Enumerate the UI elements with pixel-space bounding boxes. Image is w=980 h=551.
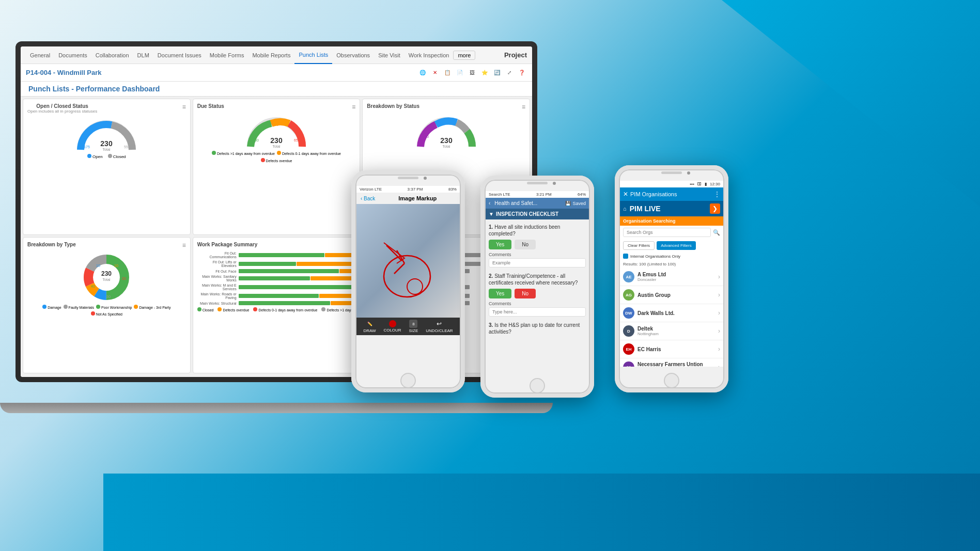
q1-no-btn[interactable]: No — [515, 240, 536, 249]
checklist-back-btn[interactable]: ‹ — [489, 200, 490, 206]
pim-arrow[interactable]: ❯ — [710, 203, 720, 214]
org-avatar-ag: AG — [623, 289, 634, 301]
dashboard-title: Punch Lists - Performance Dashboard — [21, 82, 532, 97]
phone2-time: 3:21 PM — [536, 192, 552, 197]
size-tool[interactable]: 8 SIZE — [409, 320, 418, 333]
pim-close-button[interactable]: ✕ — [623, 191, 628, 198]
chart2-menu[interactable]: ≡ — [352, 103, 355, 111]
home-icon[interactable]: ⌂ — [623, 206, 627, 212]
internal-orgs-row: Internal Organisations Only — [619, 252, 724, 260]
nav-dlm[interactable]: DLM — [133, 46, 153, 64]
legend-open: Open — [92, 154, 103, 159]
phone3-signal: ▪▪▪ — [690, 182, 694, 186]
phone3-camera — [687, 171, 690, 175]
chart4-menu[interactable]: ≡ — [182, 242, 186, 249]
chart-open-closed: Open / Closed Status Open includes all i… — [23, 99, 191, 235]
icon-x[interactable]: ✕ — [430, 68, 440, 78]
icon-image[interactable]: 🖼 — [467, 68, 477, 78]
phone2-speaker — [527, 182, 548, 184]
svg-text:20: 20 — [461, 124, 465, 128]
pim-header: ✕ PIM Organisations ⋮ — [619, 187, 724, 201]
results-count: Results: 100 (Limited to 100) — [619, 260, 724, 268]
phone1-time: 3:37 PM — [408, 187, 423, 192]
org-arrow-dw: › — [718, 309, 720, 317]
search-orgs-input[interactable] — [623, 228, 711, 237]
q3-text: 3. Is the H&S plan up to date for curren… — [489, 322, 586, 335]
icon-copy[interactable]: 📋 — [442, 68, 453, 78]
nav-documents[interactable]: Documents — [54, 46, 91, 64]
org-item-d[interactable]: D Deltek Nottingham › — [619, 322, 724, 340]
icon-refresh[interactable]: 🔄 — [492, 68, 502, 78]
phone2-battery: 64% — [578, 192, 586, 197]
filter-buttons: Clear Filters Advanced Filters — [619, 239, 724, 252]
undo-tool[interactable]: ↩ UNDO/CLEAR — [426, 320, 453, 333]
nav-collaboration[interactable]: Collaboration — [91, 46, 133, 64]
icon-paste[interactable]: 📄 — [455, 68, 465, 78]
org-arrow-ag: › — [718, 291, 720, 298]
chart1-menu[interactable]: ≡ — [182, 103, 186, 114]
clear-filters-button[interactable]: Clear Filters — [623, 241, 655, 250]
pim-header-title: PIM Organisations — [630, 191, 712, 197]
icon-expand[interactable]: ⤢ — [504, 68, 515, 78]
nav-mobile-reports[interactable]: Mobile Reports — [248, 46, 294, 64]
org-searching-bar: Organisation Searching — [619, 216, 724, 226]
svg-text:40: 40 — [91, 285, 95, 288]
nav-punch-lists[interactable]: Punch Lists — [294, 46, 332, 64]
phone1-header: ‹ Back Image Markup — [355, 193, 461, 204]
org-item-eh[interactable]: EH EC Harris › — [619, 340, 724, 358]
phone1-battery: 83% — [448, 187, 457, 192]
org-item-ni[interactable]: NI Necessary Farmers Untion Mutual Insur… — [619, 358, 724, 367]
q2-comments-label: Comments — [489, 301, 586, 306]
org-item-ag[interactable]: AG Austin Group › — [619, 286, 724, 304]
nav-site-visit[interactable]: Site Visit — [374, 46, 405, 64]
nav-general[interactable]: General — [26, 46, 54, 64]
nav-document-issues[interactable]: Document Issues — [153, 46, 206, 64]
svg-text:230: 230 — [270, 136, 283, 145]
svg-text:230: 230 — [101, 139, 113, 148]
draw-tool[interactable]: ✏️ DRAW — [363, 320, 376, 333]
internal-orgs-checkbox[interactable] — [623, 254, 628, 259]
icon-star[interactable]: ⭐ — [479, 68, 490, 78]
phone1-home-button[interactable] — [400, 373, 416, 388]
phone1-carrier: Verizon LTE — [360, 187, 382, 192]
icon-help[interactable]: ❓ — [517, 68, 527, 78]
advanced-filters-button[interactable]: Advanced Filters — [657, 241, 696, 250]
pim-menu-button[interactable]: ⋮ — [714, 191, 720, 198]
org-arrow-ni: › — [718, 364, 720, 367]
nav-observations[interactable]: Observations — [332, 46, 374, 64]
nav-work-inspection[interactable]: Work Inspection — [405, 46, 454, 64]
svg-line-28 — [397, 250, 405, 263]
phone2-home-button[interactable] — [530, 378, 545, 393]
org-avatar-eh: EH — [623, 343, 634, 355]
org-item-ae[interactable]: AE A Emus Ltd Doncaster › — [619, 268, 724, 286]
svg-text:30: 30 — [425, 135, 429, 138]
more-button[interactable]: more — [453, 51, 475, 60]
org-item-dw[interactable]: DW Dark Walls Ltd. › — [619, 304, 724, 322]
q1-yes-btn[interactable]: Yes — [489, 240, 511, 249]
nav-mobile-forms[interactable]: Mobile Forms — [206, 46, 248, 64]
q2-no-btn[interactable]: No — [515, 289, 536, 298]
org-arrow-ae: › — [718, 273, 720, 280]
chart-due-status: Due Status ≡ 230 Total 30 — [193, 99, 361, 235]
question-2: 2. Staff Training/Competence - all certi… — [489, 273, 586, 317]
q2-comments-input[interactable] — [489, 307, 586, 317]
colour-tool[interactable]: COLOUR — [383, 320, 401, 333]
org-avatar-d: D — [623, 325, 634, 337]
q1-comments-input[interactable] — [489, 258, 586, 267]
svg-text:230: 230 — [101, 270, 112, 277]
phone1-status-bar: Verizon LTE 3:37 PM 83% — [355, 186, 461, 193]
phone3-home-button[interactable] — [664, 373, 679, 388]
chart3-menu[interactable]: ≡ — [522, 103, 525, 111]
org-info-eh: EC Harris — [637, 347, 715, 352]
back-button[interactable]: ‹ Back — [361, 196, 375, 201]
org-info-ni: Necessary Farmers Untion Mutual Insuranc… — [637, 361, 715, 367]
icon-globe[interactable]: 🌐 — [417, 68, 428, 78]
phone2-carrier: Search LTE — [489, 192, 510, 197]
checklist-header: ‹ Health and Safet... 💾 Saved — [485, 198, 590, 209]
laptop: General Documents Collaboration DLM Docu… — [15, 41, 558, 413]
svg-point-30 — [407, 279, 423, 294]
search-button[interactable]: 🔍 — [713, 229, 720, 236]
markup-toolbar: ✏️ DRAW COLOUR 8 SIZE ↩ UNDO/CLEAR — [355, 318, 461, 335]
svg-text:Total: Total — [103, 148, 111, 151]
q2-yes-btn[interactable]: Yes — [489, 289, 511, 298]
